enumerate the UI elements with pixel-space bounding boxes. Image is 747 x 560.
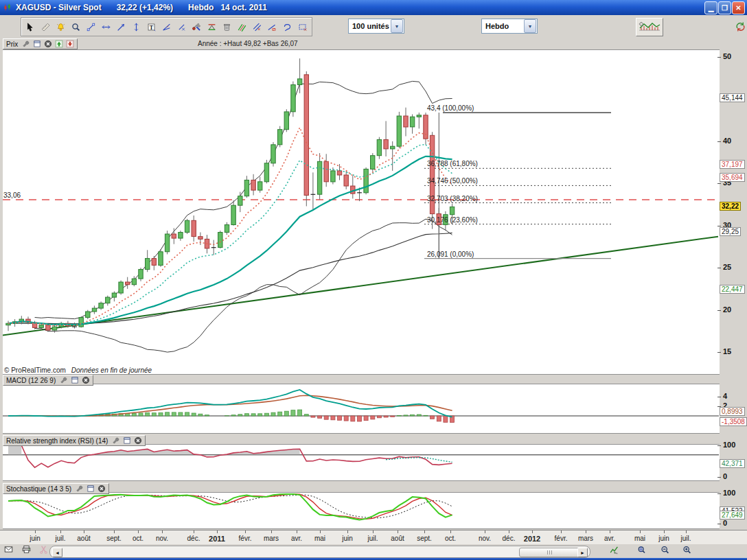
tool-hline-extend[interactable] (99, 19, 113, 34)
axis-value-badge: 22,447 (720, 285, 745, 294)
frame-icon[interactable] (32, 40, 41, 49)
stoch-chart-canvas[interactable] (3, 492, 720, 529)
tool-pitchfork[interactable] (235, 19, 249, 34)
printer-icon (22, 545, 31, 554)
wrench-icon[interactable] (59, 376, 68, 385)
time-tick (686, 530, 687, 533)
close-icon[interactable] (133, 436, 142, 445)
close-icon[interactable] (43, 40, 52, 49)
time-tick (35, 530, 36, 533)
axis-label: 20 (723, 305, 731, 314)
time-axis: juinjuil.aoûtsept.oct.nov.déc.2011févr.m… (0, 530, 747, 545)
tool-bell[interactable] (54, 19, 68, 34)
arrow-down-icon[interactable] (65, 40, 74, 49)
arrow-up-icon[interactable] (54, 40, 63, 49)
envelope-button[interactable] (4, 545, 18, 557)
hline-extend-icon (102, 23, 111, 32)
frame-icon[interactable] (122, 436, 131, 445)
svg-text:T: T (150, 24, 154, 30)
bottom-bar: ◄ ► (0, 544, 747, 558)
app-logo-icon (3, 3, 12, 12)
scissors-button[interactable] (39, 545, 53, 557)
time-tick (320, 530, 321, 533)
macd-chart-canvas[interactable] (3, 384, 720, 434)
time-tick (347, 530, 348, 533)
rect-select-icon (298, 23, 307, 32)
timeframe-dropdown[interactable]: Hebdo ▼ (481, 19, 538, 34)
time-axis-label: oct. (445, 535, 456, 542)
time-tick (217, 530, 218, 533)
horizontal-scrollbar[interactable]: ◄ ► (49, 546, 590, 558)
close-icon[interactable] (97, 485, 106, 493)
refresh-button[interactable] (735, 20, 746, 35)
wrench-icon[interactable] (111, 436, 120, 445)
chevron-down-icon[interactable]: ▼ (391, 19, 403, 33)
tool-rect-select[interactable] (295, 19, 310, 34)
units-dropdown[interactable]: 100 unités ▼ (348, 19, 404, 34)
zoom-in-button[interactable] (682, 545, 696, 557)
envelope-icon (4, 545, 13, 554)
tool-fib-tool[interactable] (205, 19, 219, 34)
tool-pointer[interactable] (23, 19, 38, 34)
price-panel-title: Prix (6, 40, 18, 48)
segment-icon (87, 23, 95, 32)
ruler-icon (41, 23, 50, 32)
tool-ruler[interactable] (38, 19, 53, 34)
time-axis-label: avr. (604, 535, 615, 542)
tool-regression[interactable] (265, 19, 279, 34)
time-tick (586, 530, 586, 533)
current-price-badge: 32,22 (720, 202, 741, 211)
tool-trendline[interactable] (114, 19, 128, 34)
price-panel-header: Prix (3, 38, 78, 49)
axis-tick-mark (717, 268, 721, 268)
tools-colored-icon (192, 23, 201, 32)
close-icon[interactable] (81, 376, 90, 385)
tool-magnifier[interactable] (69, 19, 83, 34)
zoom-fit-button[interactable] (637, 545, 651, 557)
time-tick (398, 530, 398, 533)
chart-style-button[interactable] (636, 18, 663, 36)
zoom-in-icon (682, 545, 691, 554)
tool-lasso[interactable] (280, 19, 295, 34)
tool-text-tool[interactable]: T (144, 19, 159, 34)
printer-button[interactable] (22, 545, 36, 557)
chevron-down-icon[interactable]: ▼ (524, 19, 536, 33)
time-axis-label: juil. (680, 535, 691, 542)
wrench-icon[interactable] (21, 40, 30, 49)
tool-tools-colored[interactable] (189, 19, 204, 34)
wrench-chart-icon (610, 545, 619, 554)
fib-level-label: 26,091 (0,00%) (427, 250, 474, 258)
bell-icon (56, 23, 65, 32)
wrench-chart-button[interactable] (610, 545, 623, 557)
tool-angle-lines[interactable] (159, 19, 174, 34)
close-button[interactable]: ✕ (732, 1, 745, 14)
tool-vline[interactable] (129, 19, 143, 34)
minimize-button[interactable]: ▁ (704, 1, 717, 14)
tool-parallel-lines[interactable] (250, 19, 264, 34)
axis-tick-mark (717, 493, 721, 494)
scrollbar-thumb[interactable] (519, 548, 581, 557)
time-axis-label: oct. (133, 535, 143, 542)
time-axis-label: sept. (417, 535, 432, 542)
title-bar[interactable]: XAGUSD - Silver Spot 32,22 (+1,42%) Hebd… (0, 0, 747, 15)
scroll-right-button[interactable]: ► (577, 548, 588, 557)
zoom-out-button[interactable] (660, 545, 674, 557)
frame-icon[interactable] (86, 485, 95, 493)
axis-label: 15 (723, 347, 731, 355)
axis-label: 50 (723, 52, 731, 60)
restore-button[interactable]: ❐ (718, 1, 731, 14)
axis-label: 100 (723, 489, 735, 497)
chart-style-icon (639, 22, 660, 33)
price-chart-canvas[interactable] (3, 49, 720, 375)
vline-icon (132, 23, 141, 32)
fib-level-label: 43,4 (100,00%) (427, 104, 474, 112)
scroll-left-button[interactable]: ◄ (52, 548, 62, 557)
time-tick (610, 530, 610, 533)
magnifier-icon (71, 23, 80, 32)
wrench-icon[interactable] (75, 485, 84, 493)
frame-icon[interactable] (70, 376, 79, 385)
rsi-chart-canvas[interactable] (3, 444, 720, 481)
tool-segment[interactable] (84, 19, 98, 34)
tool-trash[interactable] (220, 19, 234, 34)
tool-cross-small[interactable] (174, 19, 189, 34)
